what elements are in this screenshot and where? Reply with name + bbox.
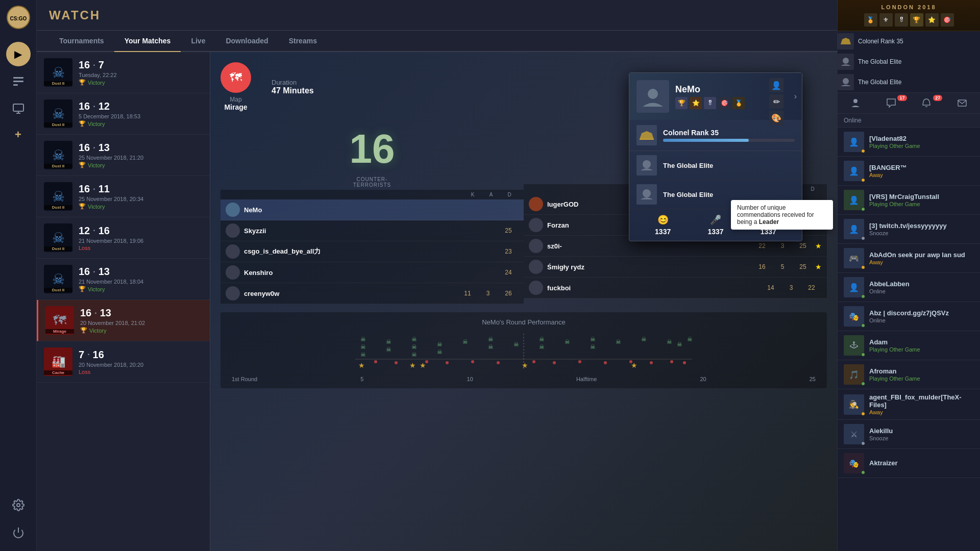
- status-dot: [861, 294, 865, 298]
- ct-stat-header: K A D: [220, 190, 524, 199]
- match-item[interactable]: ☠ Dust II 16 · 13 21 November 2018, 18:0…: [37, 259, 210, 300]
- player-row[interactable]: creenyw0w 11 3 26: [220, 283, 524, 304]
- player-assists: 3: [772, 242, 793, 249]
- friend-name: agent_FBI_fox_mulder[TheX-Files]: [869, 393, 974, 409]
- svg-text:☠: ☠: [513, 341, 519, 348]
- friend-name: Adam: [869, 338, 974, 346]
- match-list: ☠ Dust II 16 · 7 Tuesday, 22:22 🏆 Victor…: [37, 52, 210, 551]
- match-item[interactable]: ☠ Dust II 16 · 13 25 November 2018, 21:2…: [37, 135, 210, 176]
- friend-item[interactable]: 👤 [Vladenat82 Playing Other Game: [838, 128, 980, 157]
- friends-tab-chat[interactable]: 17: [873, 93, 909, 113]
- inventory-button[interactable]: [7, 70, 30, 93]
- london-badge: 🏅: [864, 13, 877, 27]
- match-info: 16 · 11 25 November 2018, 20:34 🏆 Victor…: [79, 183, 203, 210]
- duration-val: 47 Minutes: [272, 86, 314, 95]
- csgo-logo[interactable]: CS:GO: [6, 5, 31, 30]
- friend-status: Playing Other Game: [869, 201, 974, 207]
- profile-badge: 🥇: [732, 97, 745, 109]
- tab-downloaded[interactable]: Downloaded: [215, 31, 278, 52]
- svg-text:★: ★: [420, 361, 426, 369]
- status-dot: [861, 412, 865, 416]
- friendly-icon: 😊: [657, 214, 669, 226]
- ct-skull-icon: ☠: [52, 188, 65, 205]
- tooltip-highlight: Leader: [759, 218, 779, 226]
- friend-info: Abz | discord.gg/z7jQSVz Online: [869, 309, 974, 323]
- player-row[interactable]: fuckboi 14 3 22: [524, 278, 827, 298]
- player-row[interactable]: Kenshiro 24: [220, 262, 524, 283]
- match-item[interactable]: ☠ Dust II 16 · 7 Tuesday, 22:22 🏆 Victor…: [37, 52, 210, 93]
- tv-button[interactable]: [7, 97, 30, 119]
- match-item-active[interactable]: 🗺 Mirage 16 · 13 20 November 2018, 21:02…: [37, 300, 210, 341]
- power-button[interactable]: [7, 521, 30, 544]
- player-deaths: 23: [498, 248, 519, 255]
- player-row[interactable]: Śmigły rydz 16 5 25 ★: [524, 257, 827, 278]
- tab-your-matches[interactable]: Your Matches: [114, 31, 181, 52]
- commend-teacher: 🎤 1337: [707, 214, 723, 236]
- player-row[interactable]: Skyzzii 25: [220, 220, 524, 241]
- map-badge: Dust II: [44, 81, 72, 86]
- svg-point-50: [604, 361, 607, 364]
- settings-button[interactable]: [7, 494, 30, 516]
- friend-item[interactable]: 👤 [3] twitch.tv/jessyyyyyyy Snooze: [838, 215, 980, 244]
- profile-badges: 🏆 ⭐ 🎖 🎯 🥇: [675, 97, 745, 109]
- london-title: LONDON 2018: [844, 4, 974, 10]
- friends-tab-notifications[interactable]: 27: [909, 93, 945, 113]
- tab-live[interactable]: Live: [181, 31, 215, 52]
- svg-text:CS:GO: CS:GO: [10, 16, 27, 21]
- add-button[interactable]: +: [7, 123, 30, 146]
- profile-badge: 🎯: [718, 97, 730, 109]
- friend-item[interactable]: 🕹 Adam Playing Other Game: [838, 331, 980, 360]
- svg-point-54: [683, 361, 686, 364]
- commend-friendly-val: 1337: [655, 228, 671, 236]
- friend-status: Away: [869, 409, 974, 415]
- player-name: csgo_is_dead_bye_all力: [244, 247, 457, 256]
- page-title: WATCH: [49, 8, 101, 22]
- friend-item[interactable]: 👤 [BANGER™ Away: [838, 157, 980, 186]
- player-avatar: [529, 218, 543, 232]
- friend-item[interactable]: 👤 [VRS] MrCraigTunstall Playing Other Ga…: [838, 186, 980, 215]
- profile-avatar: [636, 80, 669, 113]
- friend-item[interactable]: 🎭 Abz | discord.gg/z7jQSVz Online: [838, 302, 980, 331]
- match-item[interactable]: ☠ Dust II 12 · 16 21 November 2018, 19:0…: [37, 217, 210, 259]
- svg-point-52: [650, 361, 653, 364]
- profile-view-button[interactable]: 👤: [769, 78, 783, 92]
- friend-item[interactable]: 🎮 AbAdOn seek pur awp lan sud Away: [838, 244, 980, 273]
- round-perf-title: NeMo's Round Performance: [227, 318, 821, 326]
- profile-edit-button[interactable]: ✏: [769, 94, 783, 109]
- friend-item[interactable]: 🎭 Aktraizer: [838, 449, 980, 478]
- notification-badge: 27: [933, 95, 942, 101]
- match-thumb: ☠ Dust II: [44, 141, 72, 169]
- svg-rect-63: [958, 100, 966, 106]
- player-deaths: 26: [498, 290, 519, 297]
- tab-streams[interactable]: Streams: [279, 31, 327, 52]
- play-button[interactable]: ▶: [6, 42, 31, 66]
- header: WATCH: [37, 0, 837, 31]
- player-name: sz0i-: [547, 242, 752, 250]
- player-row[interactable]: csgo_is_dead_bye_all力 23: [220, 241, 524, 262]
- tab-tournaments[interactable]: Tournaments: [49, 31, 114, 52]
- main-content: WATCH Tournaments Your Matches Live Down…: [37, 0, 837, 551]
- profile-next-arrow[interactable]: ›: [794, 92, 797, 101]
- ct-skull-icon: ☠: [52, 106, 65, 122]
- friend-status: Playing Other Game: [869, 375, 974, 382]
- player-row[interactable]: NeMo: [220, 199, 524, 220]
- match-item[interactable]: ☠ Dust II 16 · 12 5 December 2018, 18:53…: [37, 93, 210, 135]
- profile-color-button[interactable]: 🎨: [769, 111, 783, 125]
- friends-tab-mail[interactable]: [944, 93, 980, 113]
- london-badge: 🎯: [941, 13, 954, 27]
- round-label: 20: [700, 376, 706, 382]
- friend-item[interactable]: 🕵 agent_FBI_fox_mulder[TheX-Files] Away: [838, 389, 980, 420]
- player-kills: 11: [457, 290, 478, 297]
- match-info: 7 · 16 20 November 2018, 20:20 Loss: [79, 349, 203, 375]
- match-item[interactable]: 🏭 Cache 7 · 16 20 November 2018, 20:20 L…: [37, 341, 210, 383]
- svg-text:☠: ☠: [437, 341, 443, 348]
- friend-item[interactable]: ⚔ Aiekillu Snooze: [838, 420, 980, 449]
- match-score: 12 · 16: [79, 225, 203, 237]
- round-performance: NeMo's Round Performance ☠ ☠ ☠ ☠ ☠ ☠: [220, 312, 827, 388]
- svg-text:☠: ☠: [386, 338, 391, 345]
- friend-item[interactable]: 👤 AbbeLabben Online: [838, 273, 980, 302]
- svg-text:★: ★: [409, 361, 416, 369]
- friends-tab-profile[interactable]: [838, 93, 873, 113]
- friend-item[interactable]: 🎵 Afroman Playing Other Game: [838, 360, 980, 389]
- match-item[interactable]: ☠ Dust II 16 · 11 25 November 2018, 20:3…: [37, 176, 210, 217]
